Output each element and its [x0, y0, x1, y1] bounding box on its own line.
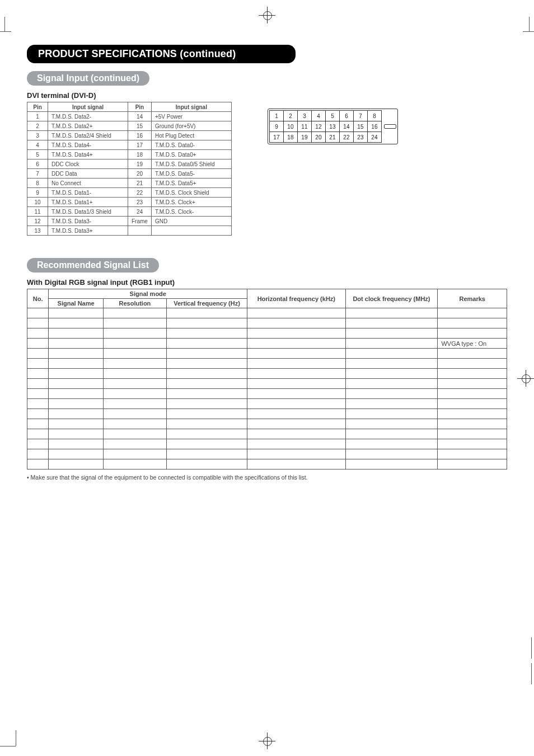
connector-pin: 23 [353, 132, 367, 143]
section-signal-input: Signal Input (continued) [27, 71, 149, 86]
connector-pin: 6 [339, 111, 353, 121]
table-row: 9T.M.D.S. Data1-22T.M.D.S. Clock Shield [27, 188, 232, 198]
spec-cell [438, 328, 507, 339]
table-row: 4T.M.D.S. Data4-17T.M.D.S. Data0- [27, 140, 232, 150]
spec-cell [103, 308, 166, 318]
spec-cell [438, 409, 507, 419]
crop-mark-icon [0, 31, 11, 32]
spec-cell [49, 308, 104, 318]
spec-cell [438, 308, 507, 318]
spec-cell [345, 389, 438, 399]
spec-cell [166, 439, 247, 449]
signal-cell: T.M.D.S. Data1- [48, 188, 128, 198]
spec-cell [438, 359, 507, 369]
pin-cell: 5 [27, 150, 48, 159]
signal-cell: +5V Power [151, 112, 231, 121]
spec-cell [103, 328, 166, 339]
col-pin: Pin [27, 102, 48, 112]
spec-cell [103, 449, 166, 459]
connector-pin: 18 [283, 132, 297, 143]
table-row: 13T.M.D.S. Data3+ [27, 226, 232, 236]
spec-cell [247, 399, 345, 409]
connector-pin: 5 [325, 111, 339, 121]
main-heading: PRODUCT SPECIFICATIONS (continued) [27, 45, 296, 63]
spec-cell [27, 318, 49, 328]
connector-pin: 11 [297, 121, 311, 132]
table-row [27, 328, 507, 339]
table-row [27, 389, 507, 399]
signal-cell: T.M.D.S. Data4- [48, 140, 128, 150]
spec-cell [103, 439, 166, 449]
connector-pin: 15 [353, 121, 367, 132]
col-signal: Input signal [151, 102, 231, 112]
spec-cell [166, 339, 247, 349]
spec-cell [247, 308, 345, 318]
spec-cell: WVGA type : On [438, 339, 507, 349]
spec-cell [27, 328, 49, 339]
spec-cell [247, 379, 345, 389]
spec-cell [247, 359, 345, 369]
registration-mark-icon [259, 732, 275, 749]
col-pin: Pin [128, 102, 152, 112]
table-row: 6DDC Clock19T.M.D.S. Data0/5 Shield [27, 159, 232, 169]
pin-cell: 12 [27, 217, 48, 226]
signal-cell: T.M.D.S. Data0/5 Shield [151, 159, 231, 169]
col-remarks: Remarks [438, 289, 507, 308]
spec-cell [247, 459, 345, 469]
connector-pin: 9 [269, 121, 283, 132]
table-row: 1T.M.D.S. Data2-14+5V Power [27, 112, 232, 121]
table-row: 8No Connect21T.M.D.S. Data5+ [27, 179, 232, 188]
spec-cell [438, 318, 507, 328]
table-row [27, 419, 507, 429]
spec-cell [345, 429, 438, 439]
spec-cell [166, 399, 247, 409]
dvi-terminal-title: DVI terminal (DVI-D) [27, 91, 507, 100]
col-no: No. [27, 289, 49, 308]
table-row: 3T.M.D.S. Data2/4 Shield16Hot Plug Detec… [27, 131, 232, 140]
spec-cell [103, 349, 166, 359]
spec-cell [103, 459, 166, 469]
crop-mark-icon [517, 637, 532, 689]
spec-cell [345, 379, 438, 389]
spec-cell [438, 459, 507, 469]
signal-cell: T.M.D.S. Clock+ [151, 198, 231, 207]
spec-cell [247, 409, 345, 419]
crop-mark-icon [4, 17, 5, 31]
spec-cell [345, 308, 438, 318]
spec-cell [438, 369, 507, 379]
signal-cell: T.M.D.S. Data5- [151, 169, 231, 179]
spec-cell [27, 349, 49, 359]
signal-cell: T.M.D.S. Clock- [151, 207, 231, 217]
spec-cell [345, 399, 438, 409]
spec-cell [27, 429, 49, 439]
col-resolution: Resolution [103, 299, 166, 308]
table-row [27, 349, 507, 359]
connector-slot-icon [384, 124, 396, 129]
spec-cell [27, 459, 49, 469]
table-row [27, 429, 507, 439]
table-row [27, 459, 507, 469]
footnote-text: • Make sure that the signal of the equip… [27, 474, 308, 481]
signal-cell: GND [151, 217, 231, 226]
section-recommended: Recommended Signal List [27, 258, 159, 273]
spec-cell [27, 409, 49, 419]
table-row [27, 359, 507, 369]
table-row: WVGA type : On [27, 339, 507, 349]
pin-cell: 20 [128, 169, 152, 179]
signal-cell: T.M.D.S. Data4+ [48, 150, 128, 159]
pin-cell: 15 [128, 121, 152, 131]
spec-cell [27, 419, 49, 429]
spec-cell [438, 399, 507, 409]
connector-pin: 7 [353, 111, 367, 121]
spec-cell [345, 439, 438, 449]
registration-mark-icon [517, 370, 534, 387]
spec-cell [166, 318, 247, 328]
pin-cell: 13 [27, 226, 48, 236]
spec-cell [247, 439, 345, 449]
spec-cell [27, 389, 49, 399]
pin-cell [128, 226, 152, 236]
table-row [27, 449, 507, 459]
col-signal-mode: Signal mode [49, 289, 247, 299]
spec-cell [27, 308, 49, 318]
spec-cell [345, 339, 438, 349]
